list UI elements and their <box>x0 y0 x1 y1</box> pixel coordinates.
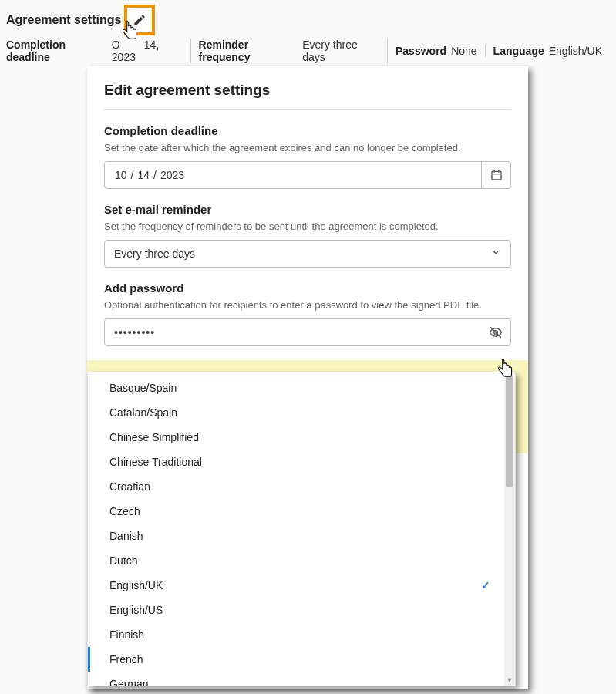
reminder-desc: Set the frequency of reminders to be sen… <box>104 221 511 232</box>
language-option-label: Dutch <box>109 554 138 567</box>
summary-reminder-label: Reminder frequency <box>199 39 298 63</box>
panel-title: Edit agreement settings <box>104 82 511 99</box>
language-option-label: Czech <box>109 505 140 517</box>
language-option[interactable]: Chinese Simplified <box>88 425 504 450</box>
language-option[interactable]: Dutch <box>88 548 504 573</box>
language-option[interactable]: Czech <box>88 499 504 524</box>
deadline-desc: Set the date after which the agreement e… <box>104 142 511 153</box>
language-dropdown: Basque/SpainCatalan/SpainChinese Simplif… <box>87 372 516 686</box>
pencil-icon <box>133 13 146 27</box>
calendar-icon <box>490 169 503 181</box>
language-option-label: English/UK <box>109 579 163 591</box>
summary-reminder-value: Every three days <box>302 39 379 63</box>
language-option-label: Catalan/Spain <box>109 406 177 419</box>
language-option-label: Chinese Simplified <box>109 431 199 443</box>
summary-password-value: None <box>451 45 476 57</box>
settings-summary: Completion deadline O 14, 2023 Reminder … <box>6 39 610 63</box>
password-desc: Optional authentication for recipients t… <box>104 299 511 311</box>
summary-language-value: English/UK <box>549 45 602 57</box>
svg-rect-0 <box>492 171 501 180</box>
calendar-button[interactable] <box>481 162 510 188</box>
language-option[interactable]: Croatian <box>88 474 504 499</box>
language-option-label: Croatian <box>109 480 150 493</box>
summary-language-label: Language <box>493 45 544 57</box>
summary-deadline-label: Completion deadline <box>6 39 107 63</box>
language-option[interactable]: Danish <box>88 524 504 548</box>
language-option-label: English/US <box>109 604 163 616</box>
divider <box>104 109 511 110</box>
language-option[interactable]: German <box>88 672 504 686</box>
toggle-password-visibility[interactable] <box>481 319 510 345</box>
language-option-label: German <box>109 678 149 686</box>
reminder-title: Set e-mail reminder <box>104 203 511 216</box>
language-option[interactable]: English/UK✓ <box>88 573 504 598</box>
language-option-label: Basque/Spain <box>109 382 177 394</box>
page-title: Agreement settings <box>6 13 121 27</box>
dropdown-scrollbar[interactable]: ▼ <box>504 372 515 686</box>
chevron-down-icon <box>490 247 501 261</box>
language-option-label: French <box>109 653 143 665</box>
check-icon: ✓ <box>481 579 490 591</box>
language-option-label: Finnish <box>109 628 144 641</box>
language-option[interactable]: English/US <box>88 598 504 622</box>
reminder-select-value: Every three days <box>114 248 490 260</box>
language-option[interactable]: French <box>88 647 504 672</box>
eye-off-icon <box>489 325 503 339</box>
edit-settings-button[interactable] <box>124 5 155 35</box>
summary-password-label: Password <box>396 45 446 57</box>
language-option-label: Danish <box>109 530 143 542</box>
password-title: Add password <box>104 281 511 295</box>
scroll-down-arrow[interactable]: ▼ <box>504 676 515 684</box>
password-field-row: ••••••••• <box>104 318 511 346</box>
summary-deadline-value: O 14, 2023 <box>112 39 183 63</box>
deadline-title: Completion deadline <box>104 124 511 137</box>
reminder-select[interactable]: Every three days <box>104 240 511 268</box>
language-option-label: Chinese Traditional <box>109 456 202 468</box>
language-option[interactable]: Chinese Traditional <box>88 450 504 474</box>
deadline-date-input[interactable]: 10/14/2023 <box>105 162 481 188</box>
password-input[interactable]: ••••••••• <box>105 319 481 345</box>
deadline-field[interactable]: 10/14/2023 <box>104 161 511 189</box>
language-option[interactable]: Catalan/Spain <box>88 400 504 425</box>
scrollbar-thumb[interactable] <box>506 376 513 487</box>
language-option[interactable]: Finnish <box>88 622 504 647</box>
language-option[interactable]: Basque/Spain <box>88 376 504 400</box>
